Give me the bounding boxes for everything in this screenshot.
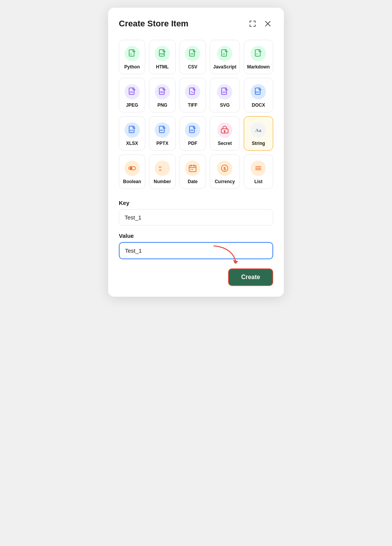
type-card-label-html: HTML [156, 64, 168, 70]
create-store-item-modal: Create Store Item {·}PythonHTMLHTMLCSVCS… [108, 8, 284, 297]
file-doc-icon: DOC [251, 84, 266, 99]
file-md-icon: {·} [251, 46, 266, 61]
type-card-label-pptx: PPTX [156, 141, 168, 146]
svg-text:JS: JS [223, 53, 225, 55]
type-card-label-csv: CSV [188, 64, 198, 70]
create-button[interactable]: Create [228, 268, 273, 286]
arrow-annotation [210, 244, 241, 267]
modal-title: Create Store Item [119, 19, 188, 29]
svg-text:DOC: DOC [256, 91, 260, 93]
type-card-pptx[interactable]: PPTPPTX [149, 116, 175, 151]
type-grid: {·}PythonHTMLHTMLCSVCSVJSJavaScript{·}Ma… [119, 40, 273, 189]
type-card-string[interactable]: AaString [244, 116, 273, 151]
type-card-python[interactable]: {·}Python [119, 40, 145, 74]
svg-point-30 [130, 167, 132, 169]
type-card-label-secret: Secret [218, 141, 232, 146]
type-card-label-docx: DOCX [252, 102, 265, 108]
svg-rect-33 [189, 166, 196, 172]
type-card-label-currency: Currency [215, 179, 235, 184]
file-xls-icon: XLS [125, 122, 140, 138]
svg-text:JPG: JPG [130, 91, 134, 93]
date-icon [185, 161, 200, 176]
boolean-icon [125, 161, 140, 176]
number-icon: 0110 [155, 161, 170, 176]
value-section: Value [119, 232, 273, 259]
file-js-icon: JS [217, 46, 232, 61]
type-card-label-jpeg: JPEG [126, 102, 138, 108]
currency-icon: $ [217, 161, 232, 176]
key-section: Key [119, 200, 273, 226]
type-card-xlsx[interactable]: XLSXLSX [119, 116, 145, 151]
svg-point-35 [192, 169, 193, 170]
value-input[interactable] [119, 242, 273, 259]
close-button[interactable] [262, 18, 273, 29]
string-icon: Aa [251, 122, 266, 138]
file-svg-icon: SVG [217, 84, 232, 99]
type-card-secret[interactable]: Secret [210, 116, 240, 151]
type-card-label-tiff: TIFF [188, 102, 198, 108]
type-card-javascript[interactable]: JSJavaScript [210, 40, 240, 74]
type-card-label-javascript: JavaScript [213, 64, 236, 70]
type-card-number[interactable]: 0110Number [149, 154, 175, 189]
type-card-label-string: String [252, 141, 265, 146]
header-actions [247, 18, 273, 29]
svg-text:10: 10 [159, 169, 162, 171]
svg-text:{·}: {·} [256, 53, 258, 55]
type-card-tiff[interactable]: TIFF [180, 78, 206, 112]
type-card-label-number: Number [154, 179, 171, 184]
type-card-jpeg[interactable]: JPGJPEG [119, 78, 145, 112]
type-card-label-date: Date [188, 179, 198, 184]
type-card-currency[interactable]: $Currency [210, 154, 240, 189]
svg-text:Aa: Aa [255, 127, 261, 133]
close-icon [264, 20, 272, 28]
type-card-png[interactable]: PNGPNG [149, 78, 175, 112]
type-card-svg[interactable]: SVGSVG [210, 78, 240, 112]
expand-button[interactable] [247, 18, 258, 29]
type-card-markdown[interactable]: {·}Markdown [244, 40, 273, 74]
list-icon [251, 161, 266, 176]
key-input[interactable] [119, 209, 273, 226]
type-card-label-boolean: Boolean [123, 179, 141, 184]
svg-text:XLS: XLS [130, 130, 133, 132]
file-code-icon: {·} [125, 46, 140, 61]
file-jpg-icon: JPG [125, 84, 140, 99]
svg-point-34 [191, 169, 191, 170]
modal-footer: Create [119, 268, 273, 286]
file-ppt-icon: PPT [155, 122, 170, 138]
type-card-boolean[interactable]: Boolean [119, 154, 145, 189]
key-label: Key [119, 200, 273, 206]
svg-text:PDF: PDF [190, 130, 194, 132]
type-card-label-python: Python [124, 64, 140, 70]
svg-rect-14 [190, 88, 194, 94]
file-tiff-icon [185, 84, 200, 99]
type-card-label-markdown: Markdown [247, 64, 270, 70]
svg-text:PPT: PPT [160, 130, 164, 132]
type-card-label-png: PNG [157, 102, 167, 108]
secret-icon [217, 122, 232, 138]
svg-text:01: 01 [159, 166, 162, 168]
svg-text:$: $ [224, 166, 226, 171]
svg-text:HTML: HTML [160, 53, 165, 55]
type-card-pdf[interactable]: PDFPDF [180, 116, 206, 151]
file-png-icon: PNG [155, 84, 170, 99]
type-card-date[interactable]: Date [180, 154, 206, 189]
type-card-html[interactable]: HTMLHTML [149, 40, 175, 74]
type-card-list[interactable]: List [244, 154, 273, 189]
svg-text:SVG: SVG [222, 91, 226, 93]
expand-icon [249, 20, 256, 28]
type-card-label-list: List [254, 179, 262, 184]
modal-header: Create Store Item [119, 18, 273, 29]
file-html-icon: HTML [155, 46, 170, 61]
svg-text:PNG: PNG [160, 91, 164, 93]
file-csv-icon: CSV [185, 46, 200, 61]
type-card-label-pdf: PDF [188, 141, 197, 146]
type-card-csv[interactable]: CSVCSV [180, 40, 206, 74]
type-card-label-xlsx: XLSX [126, 141, 138, 146]
svg-text:CSV: CSV [190, 53, 194, 55]
svg-text:{·}: {·} [130, 53, 132, 55]
type-card-label-svg: SVG [220, 102, 230, 108]
file-pdf-icon: PDF [185, 122, 200, 138]
type-card-docx[interactable]: DOCDOCX [244, 78, 273, 112]
value-label: Value [119, 232, 273, 239]
